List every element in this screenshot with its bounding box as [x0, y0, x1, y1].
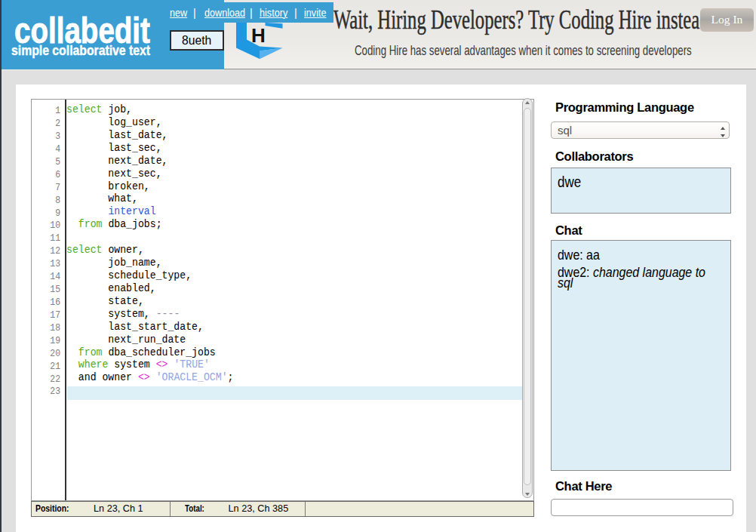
svg-text:H: H: [251, 24, 266, 47]
